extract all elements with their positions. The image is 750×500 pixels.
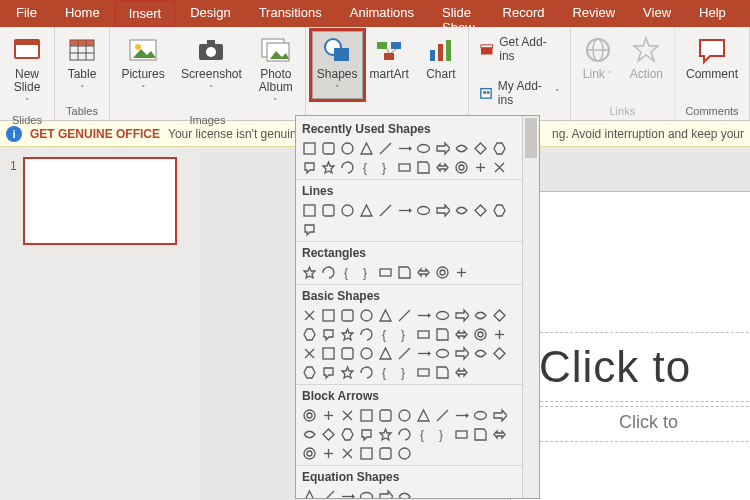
shape-item[interactable] [357, 344, 376, 363]
shape-item[interactable] [395, 139, 414, 158]
shape-item[interactable] [338, 306, 357, 325]
shape-item[interactable] [300, 344, 319, 363]
slide[interactable]: Click to Click to [510, 191, 750, 500]
shape-item[interactable] [452, 139, 471, 158]
shape-item[interactable] [414, 263, 433, 282]
shape-item[interactable] [300, 201, 319, 220]
shape-item[interactable] [490, 344, 509, 363]
shape-item[interactable] [357, 487, 376, 498]
shape-item[interactable] [471, 201, 490, 220]
shape-item[interactable] [471, 406, 490, 425]
shape-item[interactable] [376, 139, 395, 158]
shape-item[interactable] [300, 325, 319, 344]
shape-item[interactable] [395, 263, 414, 282]
tab-record[interactable]: Record [489, 0, 559, 27]
shape-item[interactable] [471, 306, 490, 325]
shape-item[interactable] [433, 201, 452, 220]
shape-item[interactable] [300, 363, 319, 382]
shape-item[interactable] [319, 139, 338, 158]
shape-item[interactable] [338, 325, 357, 344]
shape-item[interactable] [395, 158, 414, 177]
get-addins-button[interactable]: Get Add-ins [475, 33, 564, 65]
shape-item[interactable]: { [414, 425, 433, 444]
shape-item[interactable] [376, 487, 395, 498]
shape-item[interactable] [319, 444, 338, 463]
shape-item[interactable] [338, 158, 357, 177]
shape-item[interactable] [338, 363, 357, 382]
shape-item[interactable] [319, 325, 338, 344]
action-button[interactable]: Action [625, 31, 668, 84]
shape-item[interactable] [395, 306, 414, 325]
shapes-button[interactable]: Shapes [312, 31, 363, 99]
shape-item[interactable] [319, 487, 338, 498]
shape-item[interactable]: } [357, 263, 376, 282]
shape-item[interactable] [433, 406, 452, 425]
tab-review[interactable]: Review [558, 0, 629, 27]
shape-item[interactable] [395, 425, 414, 444]
smartart-button[interactable]: martArt [369, 31, 414, 84]
shape-item[interactable] [357, 444, 376, 463]
shape-item[interactable] [338, 425, 357, 444]
shape-item[interactable] [300, 220, 319, 239]
shape-item[interactable] [338, 444, 357, 463]
shape-item[interactable] [433, 263, 452, 282]
shape-item[interactable] [433, 363, 452, 382]
shape-item[interactable] [452, 263, 471, 282]
shape-item[interactable] [433, 158, 452, 177]
shape-item[interactable] [319, 306, 338, 325]
shape-item[interactable] [395, 201, 414, 220]
shape-item[interactable] [357, 139, 376, 158]
shape-item[interactable] [319, 406, 338, 425]
tab-home[interactable]: Home [51, 0, 114, 27]
shape-item[interactable]: } [395, 325, 414, 344]
shape-item[interactable] [300, 139, 319, 158]
shape-item[interactable] [452, 363, 471, 382]
shape-item[interactable] [452, 158, 471, 177]
tab-design[interactable]: Design [176, 0, 244, 27]
screenshot-button[interactable]: Screenshot [176, 31, 247, 99]
shape-item[interactable] [433, 139, 452, 158]
shape-item[interactable] [471, 425, 490, 444]
shape-item[interactable] [376, 263, 395, 282]
shape-item[interactable] [452, 344, 471, 363]
tab-transitions[interactable]: Transitions [245, 0, 336, 27]
shape-item[interactable] [395, 487, 414, 498]
shape-item[interactable] [433, 325, 452, 344]
shape-item[interactable] [471, 139, 490, 158]
chart-button[interactable]: Chart [420, 31, 462, 84]
shape-item[interactable] [300, 306, 319, 325]
tab-animations[interactable]: Animations [336, 0, 428, 27]
table-button[interactable]: Table [61, 31, 103, 99]
shape-item[interactable] [414, 325, 433, 344]
shape-item[interactable] [300, 158, 319, 177]
shape-item[interactable] [490, 306, 509, 325]
shape-item[interactable] [357, 425, 376, 444]
tell-me-icon[interactable]: 💡 [740, 0, 750, 27]
tab-help[interactable]: Help [685, 0, 740, 27]
comment-button[interactable]: Comment [681, 31, 743, 84]
shape-item[interactable]: } [376, 158, 395, 177]
shape-item[interactable] [376, 406, 395, 425]
link-button[interactable]: Link [577, 31, 619, 85]
shape-item[interactable] [357, 363, 376, 382]
tab-slideshow[interactable]: Slide Show [428, 0, 489, 27]
shape-item[interactable] [319, 201, 338, 220]
shape-item[interactable] [319, 158, 338, 177]
shape-item[interactable] [357, 306, 376, 325]
title-placeholder[interactable]: Click to [539, 342, 691, 392]
shape-item[interactable] [452, 325, 471, 344]
shape-item[interactable] [300, 406, 319, 425]
shape-item[interactable]: { [376, 325, 395, 344]
shape-item[interactable]: } [395, 363, 414, 382]
subtitle-placeholder[interactable]: Click to [619, 412, 678, 433]
shape-item[interactable] [471, 325, 490, 344]
shape-item[interactable] [414, 306, 433, 325]
shape-item[interactable] [414, 406, 433, 425]
new-slide-button[interactable]: New Slide [6, 31, 48, 112]
shape-item[interactable] [300, 487, 319, 498]
shape-item[interactable] [490, 139, 509, 158]
scrollbar[interactable] [522, 116, 539, 498]
shape-item[interactable] [452, 306, 471, 325]
shape-item[interactable] [319, 344, 338, 363]
shape-item[interactable] [300, 425, 319, 444]
